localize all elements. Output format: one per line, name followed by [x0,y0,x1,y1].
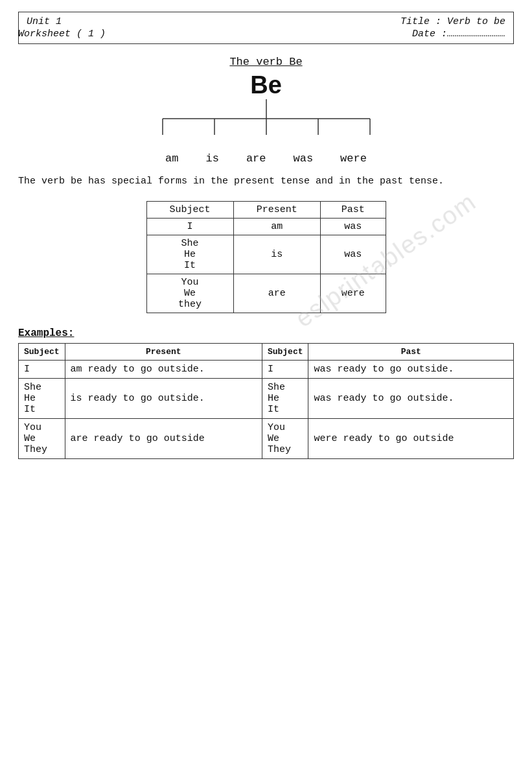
conj-header-subject: Subject [146,201,233,218]
leaf-are: are [246,152,266,165]
examples-title: Examples: [18,327,514,339]
ex-present-you: are ready to go outside [65,418,262,458]
conj-row-i: I am was [146,218,386,235]
ex-past-i: was ready to go outside. [308,360,514,378]
ex-header-present: Present [65,343,262,360]
conj-subj-i: I [146,218,233,235]
leaf-am: am [165,152,178,165]
date-label: Date :………………………… [412,29,505,40]
worksheet-label: Worksheet ( 1 ) [18,29,106,40]
conj-present-she: is [233,235,320,274]
header-box: Unit 1 Title : Verb to be Worksheet ( 1 … [18,12,514,44]
conj-row-you-we-they: You We they are were [146,274,386,313]
page-title: The verb Be [18,56,514,68]
tree-leaves: am is are was were [165,152,367,165]
conj-past-you: were [320,274,386,313]
ex-past-you: were ready to go outside [308,418,514,458]
leaf-was: was [294,152,314,165]
ex-row-i: I am ready to go outside. I was ready to… [19,360,514,378]
examples-header-row: Subject Present Subject Past [19,343,514,360]
ex-present-i: am ready to go outside. [65,360,262,378]
conj-row-she-he-it: She He It is was [146,235,386,274]
conj-past-she: was [320,235,386,274]
ex-header-subj1: Subject [19,343,65,360]
tree-diagram: am is are was were [18,99,514,165]
header-row2: Worksheet ( 1 ) Date :………………………… [27,29,505,40]
conj-present-you: are [233,274,320,313]
title-label: Title : [400,16,441,27]
title-value: Verb to be [447,16,505,27]
description: The verb be has special forms in the pre… [18,174,514,189]
examples-table: Subject Present Subject Past I am ready … [18,343,514,459]
ex-past-she: was ready to go outside. [308,378,514,418]
conj-past-i: was [320,218,386,235]
ex-subj1-she: She He It [19,378,65,418]
ex-header-subj2: Subject [262,343,308,360]
conj-header-row: Subject Present Past [146,201,386,218]
ex-header-past: Past [308,343,514,360]
conj-subj-you: You We they [146,274,233,313]
ex-row-you: You We They are ready to go outside You … [19,418,514,458]
tree-svg [98,99,435,151]
ex-subj1-you: You We They [19,418,65,458]
leaf-is: is [205,152,218,165]
unit-label: Unit 1 [27,16,62,27]
ex-subj2-you: You We They [262,418,308,458]
leaf-were: were [340,152,367,165]
ex-subj1-i: I [19,360,65,378]
ex-row-she: She He It is ready to go outside. She He… [19,378,514,418]
ex-present-she: is ready to go outside. [65,378,262,418]
header-row1: Unit 1 Title : Verb to be [27,16,505,27]
conj-present-i: am [233,218,320,235]
conj-table-wrap: Subject Present Past I am was She He It … [18,201,514,313]
conjugation-table: Subject Present Past I am was She He It … [146,201,386,313]
conj-subj-she: She He It [146,235,233,274]
conj-header-present: Present [233,201,320,218]
ex-subj2-i: I [262,360,308,378]
title-combined: Title : Verb to be [400,16,505,27]
ex-subj2-she: She He It [262,378,308,418]
conj-header-past: Past [320,201,386,218]
be-word: Be [18,72,514,99]
